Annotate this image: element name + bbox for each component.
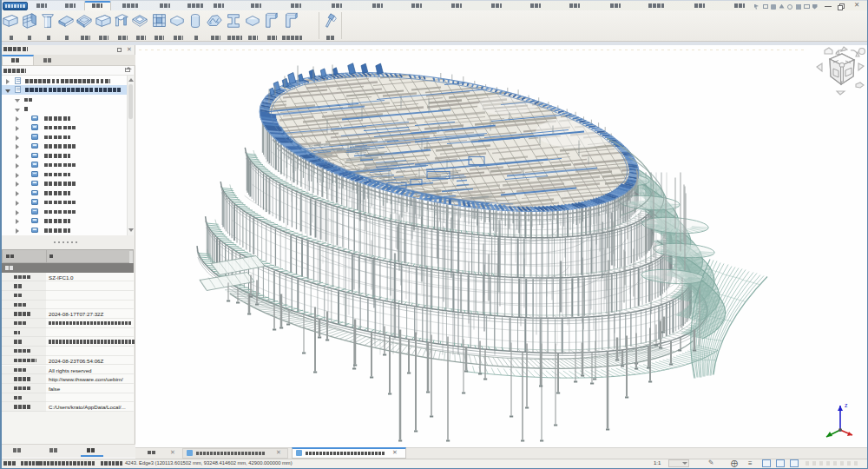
svg-text:z: z [845, 402, 848, 408]
